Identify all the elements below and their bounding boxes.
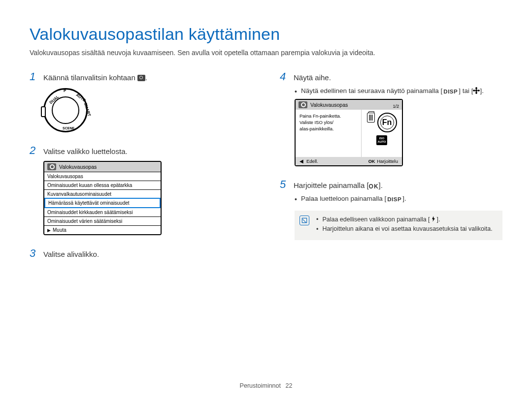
screen-header: Valokuvausopas 1/2 xyxy=(296,100,402,110)
step-5: 5 Harjoittele painamalla [OK]. • Palaa l… xyxy=(280,178,502,240)
step-2-number: 2 xyxy=(30,144,38,157)
dial-label: SMART xyxy=(83,102,92,117)
right-column: 4 Näytä aihe. • Näytä edellinen tai seur… xyxy=(280,70,502,272)
screen-footer-prev: Edell. xyxy=(306,158,318,164)
step-4-text: Näytä aihe. xyxy=(294,73,331,82)
disp-label: DISP xyxy=(442,88,459,95)
photo-guide-icon xyxy=(299,101,307,108)
page-footer: Perustoiminnot 22 xyxy=(0,382,532,389)
svg-marker-5 xyxy=(432,216,435,222)
macro-flower-icon xyxy=(473,87,480,94)
flash-icon xyxy=(430,216,437,222)
ok-label: OK xyxy=(368,159,375,164)
page-title: Valokuvausopastilan käyttäminen xyxy=(30,25,502,44)
note-2-text: Harjoittelun aikana ei voi asettaa kuvau… xyxy=(322,225,492,233)
menu-footer: ▶Muuta xyxy=(44,225,161,234)
fn-button-icon: Fn xyxy=(377,113,397,132)
screen-header-label: Valokuvausopas xyxy=(310,102,348,108)
menu-header-label: Valokuvausopas xyxy=(59,164,97,170)
svg-point-2 xyxy=(476,92,478,94)
note-block: • Palaa edelliseen valikkoon painamalla … xyxy=(295,211,502,240)
step-4-bullet: • Näytä edellinen tai seuraava näyttö pa… xyxy=(295,87,502,96)
triangle-left-icon: ◀ xyxy=(299,158,303,164)
step-3-number: 3 xyxy=(30,247,38,260)
iso-auto-icon: ISO AUTO xyxy=(376,135,387,145)
dial-label: AUTO xyxy=(75,93,87,103)
menu-row: Valokuvausopas xyxy=(44,172,161,181)
step-1-text: Käännä tilanvalitsin kohtaan . xyxy=(43,73,147,82)
step-4: 4 Näytä aihe. • Näytä edellinen tai seur… xyxy=(280,70,502,166)
dial-label: DUAL xyxy=(49,94,60,105)
svg-point-1 xyxy=(476,87,478,90)
menu-row-selected: Hämärässä käytettävät ominaisuudet xyxy=(44,198,161,208)
step-2: 2 Valitse valikko luettelosta. Valokuvau… xyxy=(30,144,252,235)
note-info-icon xyxy=(299,216,309,225)
svg-point-0 xyxy=(475,90,478,92)
step-2-text: Valitse valikko luettelosta. xyxy=(43,147,128,155)
photo-guide-icon xyxy=(47,163,56,170)
mode-dial: P AUTO SMART SCENE DUAL xyxy=(43,88,88,132)
menu-row: Ominaisuudet kuuan ollessa epätarkka xyxy=(44,181,161,189)
screen-instructions: Paina Fn-painiketta. Valiste ISO ylös/ a… xyxy=(296,110,362,157)
footer-page-number: 22 xyxy=(285,382,292,389)
step-5-number: 5 xyxy=(280,178,289,191)
menu-screenshot: Valokuvausopas Valokuvausopas Ominaisuud… xyxy=(43,161,162,235)
footer-section-label: Perustoiminnot xyxy=(240,382,281,389)
menu-row: Ominaisuudet värien säätämiseksi xyxy=(44,216,161,225)
dial-label: P xyxy=(64,89,66,93)
step-5-bullet: • Palaa luetteloon painamalla [DISP]. xyxy=(295,195,502,204)
svg-point-3 xyxy=(473,90,475,92)
screen-page-indicator: 1/2 xyxy=(393,104,399,109)
step-3: 3 Valitse alivalikko. xyxy=(30,247,252,260)
photo-guide-mode-icon xyxy=(137,75,145,81)
ok-label: OK xyxy=(369,183,379,190)
trash-icon xyxy=(367,113,375,123)
dial-label: SCENE xyxy=(63,126,74,130)
triangle-right-icon: ▶ xyxy=(47,228,51,233)
menu-row: Kuvanvalkautusominaisuudet xyxy=(44,189,161,198)
screen-footer: ◀ Edell. OK Harjoittelu xyxy=(296,157,402,165)
step-4-number: 4 xyxy=(280,70,289,83)
svg-point-4 xyxy=(478,90,480,92)
step-5-text: Harjoittele painamalla [OK]. xyxy=(294,181,383,190)
left-column: 1 Käännä tilanvalitsin kohtaan . P AUTO … xyxy=(30,70,252,272)
step-3-text: Valitse alivalikko. xyxy=(43,250,99,258)
menu-header: Valokuvausopas xyxy=(44,162,161,172)
menu-row: Ominaisuddet kirkkauden säätämiseksi xyxy=(44,208,161,216)
dial-selector-indicator xyxy=(41,106,46,117)
step-1-number: 1 xyxy=(30,70,38,83)
intro-text: Valokuvausopas sisältää neuvoja kuvaamis… xyxy=(30,49,502,57)
screen-footer-practice: Harjoittelu xyxy=(377,158,398,164)
camera-screen: Valokuvausopas 1/2 Paina Fn-painiketta. … xyxy=(295,99,403,166)
disp-label: DISP xyxy=(386,196,402,203)
step-1: 1 Käännä tilanvalitsin kohtaan . P AUTO … xyxy=(30,70,252,132)
